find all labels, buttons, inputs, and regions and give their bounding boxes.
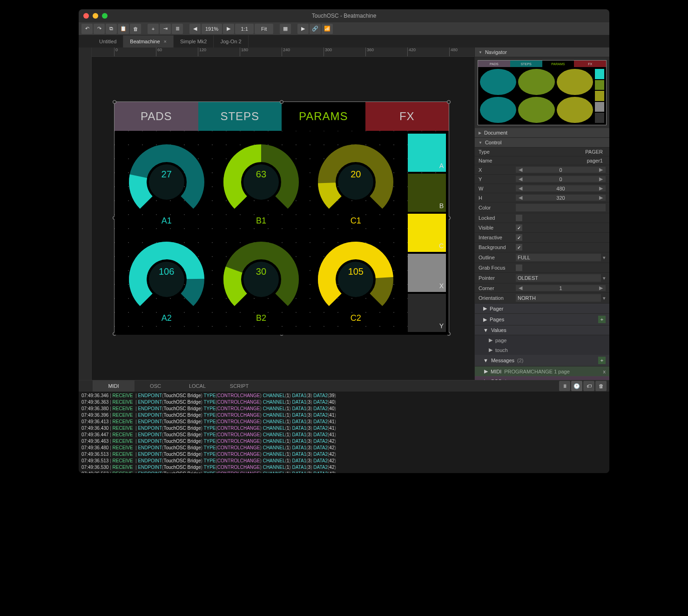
prop-visible[interactable]: Visible✓ bbox=[475, 223, 609, 233]
swatch-x[interactable]: X bbox=[408, 254, 446, 292]
prop-corner[interactable]: Corner◀1▶ bbox=[475, 284, 609, 293]
pager-control[interactable]: PADS STEPS PARAMS FX 27A1 63B1 20C1 bbox=[115, 102, 449, 334]
log-tag-button[interactable]: 🏷 bbox=[583, 381, 594, 391]
minimize-icon[interactable] bbox=[93, 13, 98, 19]
redo-button[interactable]: ↷ bbox=[94, 24, 105, 34]
prop-interactive[interactable]: Interactive✓ bbox=[475, 233, 609, 243]
tab-params[interactable]: PARAMS bbox=[282, 102, 365, 131]
maximize-icon[interactable] bbox=[102, 13, 108, 19]
nav-knob bbox=[557, 97, 593, 123]
document-header[interactable]: ▶Document bbox=[475, 128, 609, 138]
knobs-grid: 27A1 63B1 20C1 106A2 30B2 105C2 bbox=[115, 131, 408, 335]
resize-handle[interactable] bbox=[113, 100, 116, 104]
scale-button[interactable]: 1:1 bbox=[235, 24, 254, 34]
log-line: 07:49:36.413 | RECEIVE | ENDPOINT(TouchO… bbox=[81, 419, 607, 425]
log-tab-script[interactable]: SCRIPT bbox=[218, 380, 260, 392]
nav-knob bbox=[518, 69, 554, 95]
prop-name[interactable]: Namepager1 bbox=[475, 156, 609, 165]
nav-swatch bbox=[595, 113, 604, 123]
log-line: 07:49:36.430 | RECEIVE | ENDPOINT(TouchO… bbox=[81, 425, 607, 432]
log-clock-button[interactable]: 🕐 bbox=[571, 381, 582, 391]
paste-button[interactable]: 📋 bbox=[118, 24, 129, 34]
control-header[interactable]: ▼Control bbox=[475, 138, 609, 148]
prop-w[interactable]: W◀480▶ bbox=[475, 184, 609, 193]
swatch-y[interactable]: Y bbox=[408, 294, 446, 332]
delete-button[interactable]: 🗑 bbox=[130, 24, 141, 34]
add-message-button[interactable]: + bbox=[598, 357, 606, 364]
knob-a2[interactable]: 106A2 bbox=[119, 233, 214, 330]
play-button[interactable]: ▶ bbox=[297, 24, 309, 34]
prop-y[interactable]: Y◀0▶ bbox=[475, 175, 609, 184]
value-touch[interactable]: ▶touch bbox=[475, 345, 609, 355]
prop-x[interactable]: X◀0▶ bbox=[475, 165, 609, 175]
canvas[interactable]: 060120180240300360420480 PADS STEPS bbox=[92, 47, 474, 380]
log-pause-button[interactable]: ⏸ bbox=[559, 381, 570, 391]
log-tab-midi[interactable]: MIDI bbox=[93, 380, 135, 392]
swatches: ABCXY bbox=[408, 131, 449, 335]
prop-locked[interactable]: Locked bbox=[475, 213, 609, 223]
add-button[interactable]: + bbox=[148, 24, 159, 34]
pager-section[interactable]: ▶Pager bbox=[475, 304, 609, 314]
prop-h[interactable]: H◀320▶ bbox=[475, 193, 609, 203]
zoom-prev-button[interactable]: ◀ bbox=[189, 24, 201, 34]
toolbar: ↶ ↷ ⧉ 📋 🗑 + ⇥ ≣ ◀ 191% ▶ 1:1 Fit ▦ ▶ 🔗 📶 bbox=[79, 22, 609, 35]
value-page[interactable]: ▶page bbox=[475, 335, 609, 345]
fit-button[interactable]: Fit bbox=[255, 24, 273, 34]
link-button[interactable]: 🔗 bbox=[310, 24, 321, 34]
log-tab-osc[interactable]: OSC bbox=[135, 380, 176, 392]
log-output[interactable]: 07:49:36.346 | RECEIVE | ENDPOINT(TouchO… bbox=[79, 392, 609, 473]
swatch-c[interactable]: C bbox=[408, 214, 446, 252]
swatch-b[interactable]: B bbox=[408, 174, 446, 212]
nav-swatch bbox=[595, 69, 604, 79]
tab-pads[interactable]: PADS bbox=[115, 102, 198, 131]
import-button[interactable]: ⇥ bbox=[160, 24, 171, 34]
prop-outline[interactable]: OutlineFULL▾ bbox=[475, 252, 609, 263]
navigator-preview[interactable]: PADS STEPS PARAMS FX bbox=[478, 60, 607, 125]
grid-button[interactable]: ▦ bbox=[280, 24, 291, 34]
document-tab[interactable]: Beatmachine× bbox=[123, 35, 174, 47]
undo-button[interactable]: ↶ bbox=[81, 24, 93, 34]
knob-b1[interactable]: 63B1 bbox=[214, 135, 308, 233]
knob-a1[interactable]: 27A1 bbox=[119, 135, 214, 233]
copy-button[interactable]: ⧉ bbox=[106, 24, 117, 34]
close-icon[interactable]: × bbox=[164, 39, 167, 44]
message-midi[interactable]: ▶MIDIPROGRAMCHANGE 1 pagex bbox=[475, 366, 609, 376]
swatch-a[interactable]: A bbox=[408, 134, 446, 172]
log-tab-local[interactable]: LOCAL bbox=[176, 380, 218, 392]
tab-fx[interactable]: FX bbox=[365, 102, 449, 131]
delete-icon[interactable]: x bbox=[603, 369, 606, 374]
nav-knob bbox=[480, 69, 516, 95]
add-page-button[interactable]: + bbox=[598, 316, 606, 323]
navigator-header[interactable]: ▼Navigator bbox=[475, 47, 609, 57]
pages-section[interactable]: ▶Pages+ bbox=[475, 314, 609, 325]
knob-c1[interactable]: 20C1 bbox=[309, 135, 403, 233]
knob-c2[interactable]: 105C2 bbox=[309, 233, 403, 330]
document-tab[interactable]: Untitled bbox=[93, 35, 123, 47]
layers-button[interactable]: ≣ bbox=[172, 24, 183, 34]
wifi-button[interactable]: 📶 bbox=[322, 24, 333, 34]
nav-swatch bbox=[595, 91, 604, 101]
zoom-next-button[interactable]: ▶ bbox=[223, 24, 234, 34]
selection-box[interactable]: PADS STEPS PARAMS FX 27A1 63B1 20C1 bbox=[114, 102, 449, 334]
nav-swatch bbox=[595, 102, 604, 112]
tab-steps[interactable]: STEPS bbox=[198, 102, 282, 131]
zoom-value[interactable]: 191% bbox=[202, 24, 222, 34]
prop-color[interactable]: Color bbox=[475, 203, 609, 213]
prop-pointer[interactable]: PointerOLDEST▾ bbox=[475, 273, 609, 284]
resize-handle[interactable] bbox=[280, 100, 283, 104]
prop-background[interactable]: Background✓ bbox=[475, 243, 609, 252]
knob-b2[interactable]: 30B2 bbox=[214, 233, 308, 330]
document-tab[interactable]: Simple Mk2 bbox=[174, 35, 214, 47]
log-clear-button[interactable]: 🗑 bbox=[595, 381, 607, 391]
close-icon[interactable] bbox=[83, 13, 89, 19]
prop-orientation[interactable]: OrientationNORTH▾ bbox=[475, 293, 609, 304]
nav-tab-pads: PADS bbox=[478, 61, 510, 67]
messages-section[interactable]: ▼Messages(2)+ bbox=[475, 355, 609, 366]
document-tab[interactable]: Jog-On 2 bbox=[214, 35, 248, 47]
window-title: TouchOSC - Beatmachine bbox=[312, 13, 377, 19]
resize-handle[interactable] bbox=[447, 100, 451, 104]
nav-tab-steps: STEPS bbox=[510, 61, 542, 67]
values-section[interactable]: ▼Values bbox=[475, 325, 609, 335]
message-osc[interactable]: ▶OSC/page pagex bbox=[475, 376, 609, 380]
prop-grabfocus[interactable]: Grab Focus bbox=[475, 263, 609, 273]
